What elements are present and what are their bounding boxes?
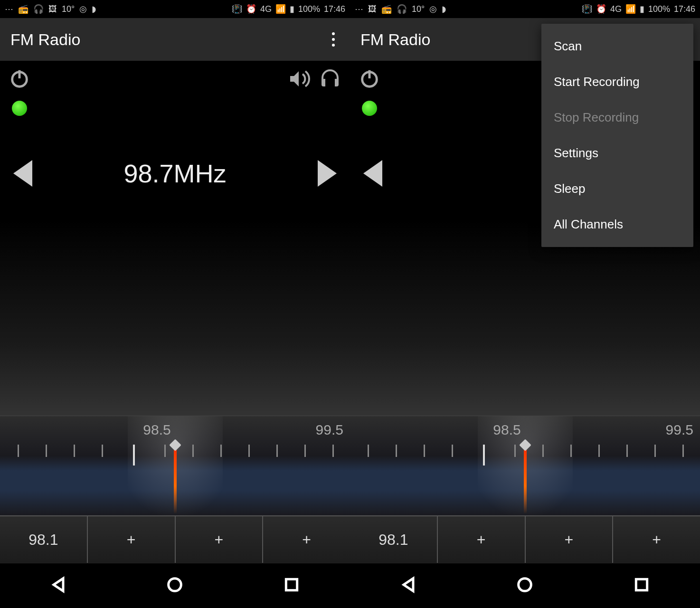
dial-label-center: 98.5 (493, 422, 520, 438)
app-icon: ◗ (442, 4, 446, 14)
power-button[interactable] (9, 67, 30, 91)
record-indicator (362, 101, 377, 116)
overflow-menu: Scan Start Recording Stop Recording Sett… (541, 24, 693, 247)
preset-1[interactable]: 98.1 (0, 516, 88, 563)
notification-icon: ⋯ (355, 4, 363, 14)
preset-1[interactable]: 98.1 (350, 516, 438, 563)
menu-sleep[interactable]: Sleep (541, 171, 693, 207)
back-button[interactable] (399, 575, 418, 596)
image-icon: 🖼 (368, 4, 377, 14)
headphone-icon: 🎧 (397, 4, 407, 14)
headphone-button[interactable] (319, 67, 341, 92)
svg-point-6 (519, 579, 531, 591)
status-bar: ⋯ 📻 🎧 🖼 10° ◎ ◗ 📳 ⏰ 4G 📶 ▮ 100% 17:46 (0, 0, 350, 18)
status-bar: ⋯ 🖼 📻 🎧 10° ◎ ◗ 📳 ⏰ 4G 📶 ▮ 100% 17:46 (350, 0, 700, 18)
dial-needle (174, 444, 177, 514)
prev-station-button[interactable] (13, 160, 32, 187)
menu-stop-recording: Stop Recording (541, 100, 693, 135)
vibrate-icon: 📳 (582, 4, 592, 14)
app-bar: FM Radio (0, 18, 350, 61)
preset-row: 98.1 + + + (0, 515, 350, 563)
radio-icon: 📻 (381, 4, 392, 14)
screen-right: ⋯ 🖼 📻 🎧 10° ◎ ◗ 📳 ⏰ 4G 📶 ▮ 100% 17:46 FM… (350, 0, 700, 608)
menu-start-recording[interactable]: Start Recording (541, 64, 693, 100)
frequency-display: 98.7MHz (123, 159, 226, 188)
radio-icon: 📻 (18, 4, 28, 14)
clock: 17:46 (674, 4, 695, 14)
weather-temp: 10° (412, 4, 425, 14)
signal-icon: 📶 (625, 4, 636, 14)
overflow-menu-button[interactable] (327, 28, 340, 51)
instagram-icon: ◎ (429, 4, 437, 14)
vibrate-icon: 📳 (232, 4, 242, 14)
preset-2[interactable]: + (438, 516, 526, 563)
preset-2[interactable]: + (88, 516, 176, 563)
notification-icon: ⋯ (5, 4, 13, 14)
svg-point-2 (169, 579, 181, 591)
image-icon: 🖼 (48, 4, 57, 14)
screen-left: ⋯ 📻 🎧 🖼 10° ◎ ◗ 📳 ⏰ 4G 📶 ▮ 100% 17:46 FM… (0, 0, 350, 608)
power-button[interactable] (359, 67, 380, 91)
signal-4g-icon: 4G (260, 4, 272, 14)
dial-label-right: 99.5 (666, 422, 693, 438)
alarm-icon: ⏰ (596, 4, 606, 14)
tuner-dial[interactable]: 98.5 99.5 (0, 416, 350, 515)
preset-row: 98.1 + + + (350, 515, 700, 563)
home-button[interactable] (515, 575, 534, 596)
nav-bar (0, 563, 350, 608)
clock: 17:46 (324, 4, 345, 14)
dial-needle (524, 444, 527, 514)
battery-percent: 100% (298, 4, 320, 14)
record-indicator (12, 101, 27, 116)
battery-percent: 100% (648, 4, 670, 14)
recent-apps-button[interactable] (282, 575, 301, 596)
dial-label-right: 99.5 (316, 422, 343, 438)
tuner-dial[interactable]: 98.5 99.5 (350, 416, 700, 515)
signal-icon: 📶 (275, 4, 286, 14)
dial-label-center: 98.5 (143, 422, 170, 438)
home-button[interactable] (165, 575, 184, 596)
app-title: FM Radio (360, 30, 430, 49)
main-area: 98.7MHz (0, 61, 350, 416)
preset-3[interactable]: + (526, 516, 614, 563)
battery-icon: ▮ (640, 4, 644, 14)
weather-temp: 10° (62, 4, 75, 14)
menu-scan[interactable]: Scan (541, 28, 693, 64)
alarm-icon: ⏰ (246, 4, 256, 14)
app-icon: ◗ (92, 4, 96, 14)
preset-4[interactable]: + (613, 516, 700, 563)
menu-settings[interactable]: Settings (541, 135, 693, 171)
recent-apps-button[interactable] (632, 575, 651, 596)
instagram-icon: ◎ (79, 4, 87, 14)
preset-3[interactable]: + (176, 516, 264, 563)
speaker-button[interactable] (287, 67, 310, 92)
preset-4[interactable]: + (263, 516, 350, 563)
back-button[interactable] (49, 575, 68, 596)
menu-all-channels[interactable]: All Channels (541, 207, 693, 242)
app-title: FM Radio (10, 30, 80, 49)
svg-rect-7 (636, 579, 647, 590)
signal-4g-icon: 4G (610, 4, 622, 14)
battery-icon: ▮ (290, 4, 294, 14)
nav-bar (350, 563, 700, 608)
next-station-button[interactable] (318, 160, 337, 187)
headphone-icon: 🎧 (33, 4, 44, 14)
prev-station-button[interactable] (363, 160, 382, 187)
svg-rect-3 (286, 579, 297, 590)
